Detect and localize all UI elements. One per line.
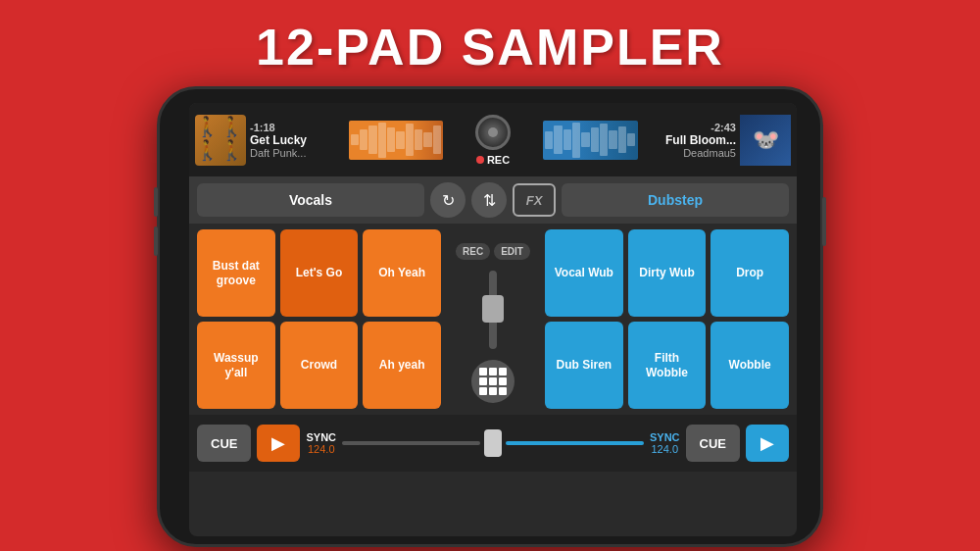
play-button-right[interactable]: ▶ [746,425,789,462]
pads-left: Bust dat groove Let's Go Oh Yeah Wassup … [189,224,449,415]
rec-dot [476,156,484,164]
pad-crowd[interactable]: Crowd [280,322,359,409]
power-button [822,197,826,246]
sync-area-right: SYNC 124.0 [650,431,680,455]
track-time-left: -1:18 [250,122,345,133]
controls-row: Vocals ↻ ⇅ FX Dubstep [189,176,797,224]
track-artist-left: Daft Punk... [250,147,345,159]
page-title: 12-PAD SAMPLER [256,18,724,76]
track-right: 🐭 -2:43 Full Bloom... Deadmau5 [537,111,797,170]
rec-mode-button[interactable]: REC [456,243,490,260]
track-name-left: Get Lucky [250,133,345,147]
track-left: 🚶🚶🚶🚶 -1:18 Get Lucky Daft Punk... [189,111,449,170]
track-info-left: -1:18 Get Lucky Daft Punk... [250,122,345,159]
rec-button[interactable]: REC [476,154,510,166]
track-artist-right: Deadmau5 [642,147,737,159]
pad-ah-yeah[interactable]: Ah yeah [363,322,441,409]
cue-button-right[interactable]: CUE [686,425,740,462]
pads-right: Vocal Wub Dirty Wub Drop Dub Siren Filth… [537,224,797,415]
waveform-left [349,121,444,160]
album-art-right: 🐭 [740,115,791,166]
vinyl-center [488,127,498,137]
pad-filth-wobble[interactable]: Filth Wobble [628,322,707,409]
pad-vocal-wub[interactable]: Vocal Wub [545,229,623,317]
center-transport: REC [449,115,537,166]
track-time-right: -2:43 [642,122,737,133]
volume-up-button [154,187,158,217]
phone-frame: 🚶🚶🚶🚶 -1:18 Get Lucky Daft Punk... [157,86,823,547]
pad-wobble[interactable]: Wobble [710,322,789,409]
eq-icon[interactable]: ⇅ [471,182,507,218]
edit-button[interactable]: EDIT [494,243,530,260]
cue-button-left[interactable]: CUE [197,425,251,462]
pad-wassup-yall[interactable]: Wassup y'all [197,322,275,409]
vinyl-icon[interactable] [475,115,511,150]
grid-icon [479,368,507,395]
crossfader-thumb[interactable] [484,429,502,457]
vertical-fader[interactable] [489,271,497,349]
bpm-left: 124.0 [308,443,335,455]
crossfader[interactable] [342,429,644,457]
phone-mockup: 🚶🚶🚶🚶 -1:18 Get Lucky Daft Punk... [157,86,823,547]
sync-icon[interactable]: ↻ [430,182,466,218]
waveform-right [543,121,638,160]
pad-bust-dat-groove[interactable]: Bust dat groove [197,229,275,317]
pad-dirty-wub[interactable]: Dirty Wub [628,229,707,317]
fx-button[interactable]: FX [513,183,556,217]
dubstep-button[interactable]: Dubstep [562,183,789,217]
crossfader-line-right [506,441,644,445]
vocals-button[interactable]: Vocals [197,183,424,217]
rec-edit-row: REC EDIT [456,243,530,260]
pad-dub-siren[interactable]: Dub Siren [545,322,623,409]
bpm-right: 124.0 [652,443,679,455]
sync-label-left[interactable]: SYNC [306,431,336,443]
sampler-grid-button[interactable] [471,360,514,403]
top-bar: 🚶🚶🚶🚶 -1:18 Get Lucky Daft Punk... [189,103,797,176]
track-info-right: -2:43 Full Bloom... Deadmau5 [642,122,737,159]
center-column: REC EDIT [449,224,537,415]
track-name-right: Full Bloom... [642,133,737,147]
pads-area: Bust dat groove Let's Go Oh Yeah Wassup … [189,224,797,415]
rec-label: REC [487,154,510,166]
crossfader-line-left [342,441,480,445]
pad-lets-go[interactable]: Let's Go [280,229,359,317]
sync-area-left: SYNC 124.0 [306,431,336,455]
pad-drop[interactable]: Drop [710,229,789,317]
play-button-left[interactable]: ▶ [257,425,300,462]
phone-screen: 🚶🚶🚶🚶 -1:18 Get Lucky Daft Punk... [189,103,797,536]
album-art-left: 🚶🚶🚶🚶 [195,115,246,166]
pad-oh-yeah[interactable]: Oh Yeah [363,229,441,317]
bottom-bar: CUE ▶ SYNC 124.0 SYNC 124.0 CUE [189,415,797,472]
sync-label-right[interactable]: SYNC [650,431,680,443]
fader-thumb[interactable] [482,295,504,323]
volume-down-button [154,226,158,256]
